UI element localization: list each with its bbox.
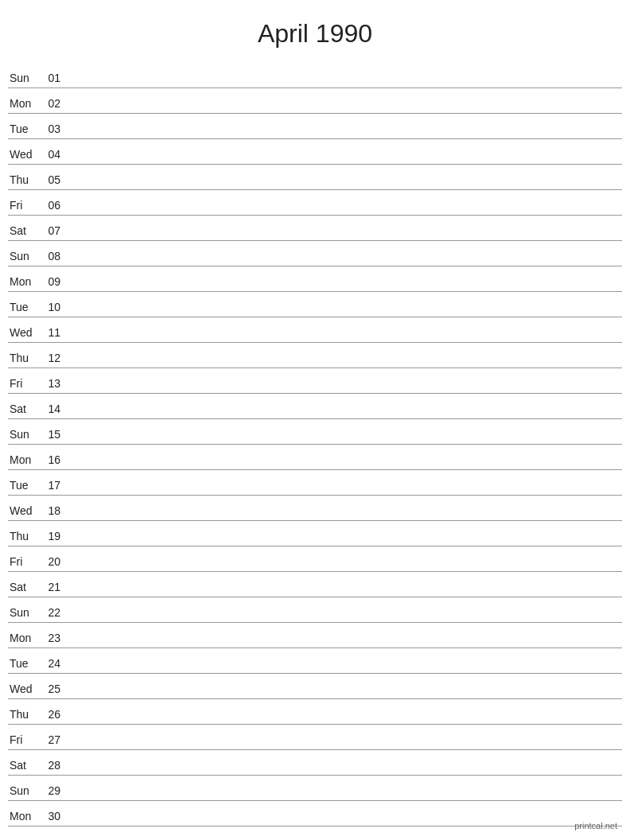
day-row: Tue03 <box>8 114 622 139</box>
day-line <box>65 84 622 84</box>
day-line <box>65 822 622 822</box>
day-row: Fri20 <box>8 546 622 572</box>
day-line <box>65 414 622 415</box>
day-name: Mon <box>8 453 43 466</box>
day-row: Sat07 <box>8 216 622 241</box>
day-number: 05 <box>43 173 65 186</box>
day-line <box>65 262 622 262</box>
day-name: Thu <box>8 530 43 542</box>
day-row: Thu12 <box>8 343 622 368</box>
day-line <box>65 618 622 619</box>
day-number: 27 <box>43 733 65 746</box>
day-number: 24 <box>43 657 65 670</box>
day-name: Sun <box>8 784 43 797</box>
day-number: 04 <box>43 148 65 161</box>
day-row: Sun15 <box>8 419 622 445</box>
page-title: April 1990 <box>0 0 630 63</box>
day-number: 12 <box>43 352 65 364</box>
day-row: Thu26 <box>8 699 622 725</box>
calendar-list: Sun01Mon02Tue03Wed04Thu05Fri06Sat07Sun08… <box>0 63 630 826</box>
day-name: Tue <box>8 122 43 135</box>
day-row: Fri13 <box>8 368 622 394</box>
day-name: Sun <box>8 72 43 84</box>
day-name: Sat <box>8 224 43 237</box>
day-number: 08 <box>43 250 65 262</box>
day-line <box>65 134 622 135</box>
day-line <box>65 465 622 466</box>
day-number: 10 <box>43 301 65 313</box>
day-name: Thu <box>8 352 43 364</box>
day-line <box>65 364 622 364</box>
day-line <box>65 440 622 441</box>
day-line <box>65 313 622 313</box>
day-row: Mon23 <box>8 623 622 648</box>
day-number: 22 <box>43 606 65 619</box>
day-line <box>65 796 622 797</box>
day-line <box>65 567 622 568</box>
day-line <box>65 109 622 110</box>
day-number: 19 <box>43 530 65 542</box>
day-number: 20 <box>43 555 65 568</box>
day-name: Tue <box>8 301 43 313</box>
day-name: Wed <box>8 504 43 517</box>
footer-text: printcal.net <box>574 821 617 830</box>
day-number: 15 <box>43 428 65 441</box>
day-line <box>65 694 622 695</box>
day-row: Sun08 <box>8 241 622 266</box>
day-row: Fri27 <box>8 725 622 750</box>
day-row: Mon30 <box>8 801 622 826</box>
day-row: Fri06 <box>8 190 622 216</box>
day-name: Sat <box>8 759 43 772</box>
day-line <box>65 644 622 644</box>
day-name: Thu <box>8 173 43 186</box>
day-name: Fri <box>8 733 43 746</box>
day-name: Fri <box>8 555 43 568</box>
day-number: 06 <box>43 199 65 212</box>
day-row: Mon09 <box>8 266 622 292</box>
day-line <box>65 211 622 212</box>
day-number: 14 <box>43 402 65 415</box>
day-line <box>65 516 622 517</box>
day-line <box>65 236 622 237</box>
day-number: 30 <box>43 810 65 822</box>
day-line <box>65 389 622 390</box>
day-name: Fri <box>8 377 43 390</box>
day-row: Wed18 <box>8 496 622 521</box>
day-name: Sat <box>8 581 43 593</box>
day-row: Tue24 <box>8 648 622 674</box>
day-name: Mon <box>8 810 43 822</box>
day-row: Wed25 <box>8 674 622 699</box>
day-row: Mon16 <box>8 445 622 470</box>
day-number: 09 <box>43 275 65 288</box>
day-row: Tue10 <box>8 292 622 317</box>
day-row: Sat28 <box>8 750 622 776</box>
day-line <box>65 745 622 746</box>
day-row: Wed11 <box>8 317 622 343</box>
day-name: Mon <box>8 632 43 644</box>
day-line <box>65 542 622 542</box>
day-row: Sun01 <box>8 63 622 88</box>
day-name: Tue <box>8 657 43 670</box>
day-name: Wed <box>8 148 43 161</box>
day-line <box>65 338 622 339</box>
day-name: Tue <box>8 479 43 492</box>
day-number: 29 <box>43 784 65 797</box>
day-name: Thu <box>8 708 43 721</box>
day-row: Mon02 <box>8 88 622 114</box>
day-line <box>65 491 622 492</box>
day-number: 17 <box>43 479 65 492</box>
day-line <box>65 185 622 186</box>
day-row: Sat14 <box>8 394 622 419</box>
day-number: 03 <box>43 122 65 135</box>
day-line <box>65 593 622 593</box>
day-number: 02 <box>43 97 65 110</box>
day-row: Tue17 <box>8 470 622 496</box>
day-row: Sat21 <box>8 572 622 597</box>
day-name: Sun <box>8 606 43 619</box>
day-line <box>65 771 622 772</box>
day-name: Sun <box>8 250 43 262</box>
day-number: 01 <box>43 72 65 84</box>
day-name: Sat <box>8 402 43 415</box>
day-number: 18 <box>43 504 65 517</box>
day-name: Wed <box>8 682 43 695</box>
